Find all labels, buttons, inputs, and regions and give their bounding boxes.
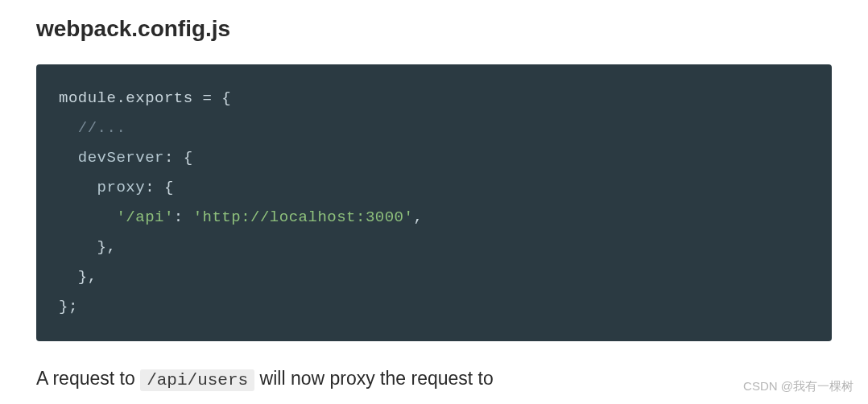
- tok-proxy: proxy: [97, 179, 146, 196]
- code-line-6: },: [59, 233, 809, 262]
- tok-url-value: 'http://localhost:3000': [193, 208, 414, 226]
- indent: [59, 179, 97, 196]
- tok-module: module: [59, 89, 116, 107]
- code-line-4: proxy: {: [59, 173, 809, 203]
- tok-close-final: };: [59, 298, 78, 315]
- tok-colon-brace: : {: [164, 149, 193, 167]
- indent: [59, 119, 78, 137]
- tok-devserver: devServer: [78, 149, 164, 167]
- tok-exports: .exports: [116, 89, 192, 107]
- code-line-3: devServer: {: [59, 143, 809, 173]
- tok-close-brace: },: [78, 268, 97, 286]
- paragraph-after: will now proxy the request to: [254, 368, 494, 389]
- indent: [59, 268, 78, 286]
- tok-colon-brace: : {: [145, 179, 174, 196]
- tok-api-key: '/api': [116, 208, 173, 226]
- description-paragraph: A request to /api/users will now proxy t…: [36, 365, 832, 392]
- tok-comma: ,: [413, 208, 423, 226]
- code-line-2: //...: [59, 113, 809, 143]
- document-content: webpack.config.js module.exports = { //.…: [0, 0, 868, 393]
- paragraph-before: A request to: [36, 368, 140, 389]
- code-line-7: },: [59, 262, 809, 292]
- indent: [59, 208, 116, 226]
- code-block[interactable]: module.exports = { //... devServer: { pr…: [36, 64, 832, 341]
- file-heading: webpack.config.js: [36, 16, 832, 42]
- code-line-1: module.exports = {: [59, 84, 809, 113]
- code-line-5: '/api': 'http://localhost:3000',: [59, 203, 809, 233]
- tok-close-brace: },: [97, 238, 117, 256]
- indent: [59, 238, 97, 256]
- inline-code-api-users: /api/users: [140, 369, 254, 391]
- tok-assign: = {: [193, 89, 232, 107]
- tok-comment: //...: [78, 119, 126, 137]
- tok-colon: :: [174, 208, 193, 226]
- code-line-8: };: [59, 292, 809, 322]
- watermark: CSDN @我有一棵树: [743, 379, 854, 394]
- indent: [59, 149, 78, 167]
